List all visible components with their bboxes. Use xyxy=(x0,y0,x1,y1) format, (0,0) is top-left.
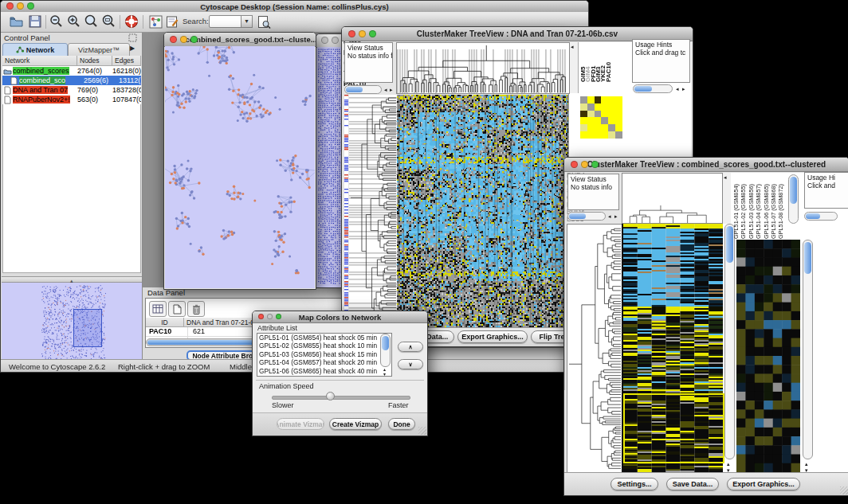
attribute-list-item[interactable]: GPL51-02 (GSM855) heat shock 10 min xyxy=(257,342,391,350)
attribute-list-item[interactable]: GPL51-07 (GSM868) heat shock 60 min xyxy=(257,375,391,377)
move-up-button[interactable]: ∧ xyxy=(398,342,423,352)
scrollbar-thumb[interactable] xyxy=(382,336,389,350)
scrollbar-thumb[interactable] xyxy=(569,213,586,219)
main-title-bar[interactable]: Cytoscape Desktop (Session Name: collins… xyxy=(1,1,588,13)
speed-slider-track[interactable] xyxy=(272,396,410,400)
close-button[interactable] xyxy=(321,37,328,44)
col-header-nodes[interactable]: Nodes xyxy=(77,56,112,66)
usage-hints-scrollbar[interactable] xyxy=(633,84,673,93)
zoom-out-button[interactable] xyxy=(49,14,65,29)
scroll-right-icon[interactable]: ▸ xyxy=(390,87,393,92)
new-attribute-button[interactable] xyxy=(168,301,186,317)
gene-list-vscrollbar[interactable] xyxy=(803,240,813,459)
attribute-list-item[interactable]: GPL51-03 (GSM856) heat shock 15 min xyxy=(257,350,391,358)
usage-hints-scrollbar[interactable] xyxy=(804,212,838,221)
treeview1-similarity-matrix[interactable] xyxy=(580,96,622,139)
col-header-network[interactable]: Network xyxy=(2,56,77,66)
treeview1-row-dendrogram[interactable] xyxy=(349,95,397,327)
scroll-right-icon[interactable]: ▸ xyxy=(614,213,618,219)
treeview2-zoom-heatmap[interactable] xyxy=(736,240,800,472)
settings-button[interactable]: Settings... xyxy=(610,478,658,490)
col-header-edges[interactable]: Edges xyxy=(112,56,141,66)
dialog-title-bar[interactable]: Map Colors to Network xyxy=(253,311,427,323)
search-dropdown-button[interactable]: ▼ xyxy=(241,15,253,28)
zoom-button[interactable] xyxy=(190,36,198,43)
create-vizmap-button[interactable]: Create Vizmap xyxy=(329,418,382,430)
treeview1-top-dendrogram[interactable] xyxy=(396,42,570,94)
float-panel-icon[interactable] xyxy=(128,33,137,42)
zoom-button[interactable] xyxy=(369,30,376,37)
network-list-row[interactable]: DNA and Tran 07769(0)183728(0) xyxy=(2,85,141,95)
done-button[interactable]: Done xyxy=(388,418,415,430)
attribute-list-item[interactable]: GPL51-06 (GSM865) heat shock 40 min xyxy=(257,367,391,375)
birdseye-view[interactable] xyxy=(2,283,142,365)
tab-network[interactable]: Network xyxy=(2,43,68,57)
search-options-button[interactable] xyxy=(256,14,272,29)
close-button[interactable] xyxy=(170,36,177,43)
minimize-button[interactable] xyxy=(581,161,588,168)
dense-network-canvas[interactable] xyxy=(317,47,344,286)
view-status-scrollbar[interactable] xyxy=(344,85,382,94)
minimize-button[interactable] xyxy=(180,36,187,43)
scrollbar-thumb[interactable] xyxy=(806,213,820,219)
scroll-left-icon[interactable]: ◂ xyxy=(384,87,387,92)
tab-vizmapper[interactable]: VizMapper™ xyxy=(68,43,130,57)
minimize-button[interactable] xyxy=(332,37,339,44)
scroll-left-icon[interactable]: ◂ xyxy=(608,213,611,219)
network-view-canvas[interactable] xyxy=(165,46,315,288)
birdseye-divider[interactable]: ▴ xyxy=(2,276,142,283)
minimize-button[interactable] xyxy=(359,30,366,37)
help-button[interactable] xyxy=(124,14,139,29)
close-button[interactable] xyxy=(348,30,355,37)
zoom-button[interactable] xyxy=(591,161,599,168)
attribute-list-scrollbar[interactable] xyxy=(380,334,391,367)
open-file-button[interactable] xyxy=(9,14,25,29)
network-list-row[interactable]: RNAPuberNov2+!563(0)107847(0) xyxy=(2,95,141,104)
delete-attribute-button[interactable] xyxy=(187,301,205,317)
birdseye-viewport[interactable] xyxy=(73,309,102,347)
attribute-list-item[interactable]: GPL51-04 (GSM857) heat shock 20 min xyxy=(257,358,391,366)
annotation-button[interactable] xyxy=(164,14,180,29)
heatmap-vscrollbar[interactable] xyxy=(724,224,735,459)
resize-grip[interactable] xyxy=(840,486,848,494)
scrollbar-thumb[interactable] xyxy=(790,177,797,204)
close-button[interactable] xyxy=(258,314,264,319)
attribute-list-item[interactable]: GPL51-01 (GSM854) heat shock 05 min xyxy=(257,334,391,342)
scroll-up-icon[interactable]: ▴ xyxy=(805,461,808,467)
view-status-scrollbar[interactable] xyxy=(567,212,606,221)
treeview2-top-dendrogram[interactable] xyxy=(622,173,723,224)
search-input[interactable] xyxy=(209,15,242,28)
vizmapper-button[interactable] xyxy=(147,14,163,29)
zoom-fit-button[interactable] xyxy=(84,14,100,29)
tab-overflow-button[interactable]: ▶ xyxy=(130,45,135,52)
col-header-id[interactable]: ID xyxy=(146,318,184,327)
treeview1-heatmap[interactable] xyxy=(397,95,568,327)
scroll-right-icon[interactable]: ▸ xyxy=(682,86,685,92)
export-graphics-button[interactable]: Export Graphics... xyxy=(457,330,528,343)
attribute-list[interactable]: GPL51-01 (GSM854) heat shock 05 minGPL51… xyxy=(257,333,392,377)
scrollbar-thumb[interactable] xyxy=(346,87,363,92)
scrollbar-thumb[interactable] xyxy=(634,86,652,92)
column-label-scrollbar[interactable] xyxy=(788,174,799,224)
scrollbar-thumb[interactable] xyxy=(804,242,811,274)
zoom-selected-button[interactable] xyxy=(101,14,117,29)
network-list-row[interactable]: combined_sco2569(6)13112(15) xyxy=(2,76,141,85)
treeview2-title-bar[interactable]: ClusterMaker TreeView : combined_scores_… xyxy=(564,158,848,172)
zoom-button[interactable] xyxy=(276,314,281,319)
scroll-left-icon[interactable]: ◂ xyxy=(676,86,679,92)
save-button[interactable] xyxy=(27,14,43,29)
attribute-select-button[interactable] xyxy=(149,301,167,317)
treeview2-row-dendrogram[interactable] xyxy=(567,224,623,474)
scroll-down-icon[interactable]: ▾ xyxy=(383,372,386,377)
move-down-button[interactable]: ∨ xyxy=(398,359,423,369)
minimize-button[interactable] xyxy=(17,2,24,10)
close-button[interactable] xyxy=(6,2,14,10)
zoom-button[interactable] xyxy=(27,2,34,10)
zoom-in-button[interactable] xyxy=(66,14,82,29)
treeview1-top-divider[interactable]: ◂ xyxy=(570,42,579,93)
speed-slider-thumb[interactable] xyxy=(326,392,335,400)
export-graphics-button[interactable]: Export Graphics... xyxy=(727,478,800,490)
minimize-button[interactable] xyxy=(267,314,273,319)
network-list-row[interactable]: combined_scores2764(0)16218(0) xyxy=(2,66,141,76)
save-data-button[interactable]: Save Data... xyxy=(666,478,719,490)
